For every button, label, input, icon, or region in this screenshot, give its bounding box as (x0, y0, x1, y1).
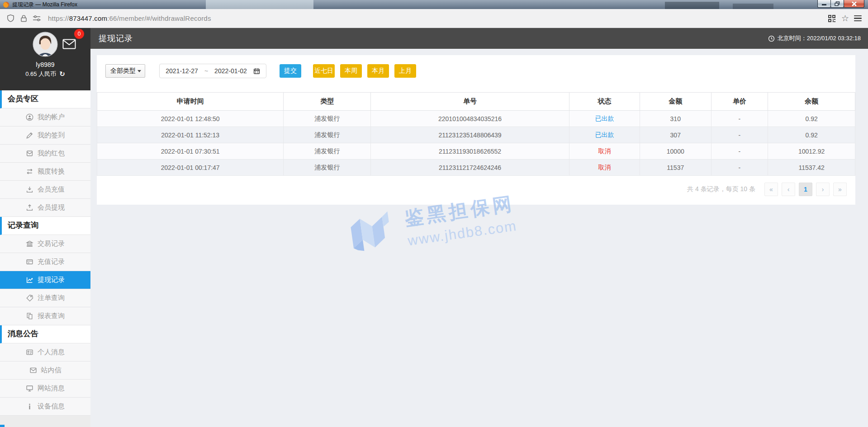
watermark-site-url: www.jhdb8.com (407, 218, 519, 249)
bookmark-star-icon[interactable]: ☆ (841, 14, 849, 23)
minimize-icon (822, 4, 826, 5)
credit-card-icon (26, 258, 33, 266)
window-titlebar: 提现记录 — Mozilla Firefox (0, 0, 868, 9)
col-order-no: 单号 (371, 93, 569, 111)
titlebar-glass-shadow (733, 4, 773, 9)
next-page-button[interactable]: › (816, 183, 830, 196)
bank-icon (26, 240, 33, 248)
envelope-icon (29, 366, 37, 374)
clock-icon (768, 35, 775, 42)
download-tray-icon (26, 186, 33, 193)
mail-icon[interactable] (62, 39, 76, 51)
pagination: 共 4 条记录，每页 10 条 « ‹ 1 › » (97, 176, 855, 205)
sidebar: 0 ly8989 0.65 人民币↻ 会员专区 我的帐户 我的签到 我的红包 额… (0, 28, 90, 427)
sidebar-item-bet-query[interactable]: 注单查询 (0, 289, 90, 307)
sidebar-nav: 会员专区 我的帐户 我的签到 我的红包 额度转换 会员充值 (0, 90, 90, 416)
sidebar-item-withdrawal-records[interactable]: 提现记录 (0, 271, 90, 289)
withdrawal-records-table: 申请时间 类型 单号 状态 金额 单价 余额 2022-01-01 12:48:… (97, 92, 855, 176)
restore-button[interactable] (830, 0, 844, 8)
table-row: 2022-01-01 00:17:47 浦发银行 211231121724624… (97, 160, 855, 176)
firefox-icon (3, 1, 9, 8)
first-page-button[interactable]: « (764, 183, 778, 196)
last-month-button[interactable]: 上月 (394, 64, 416, 78)
date-range-input[interactable]: 2021-12-27 ~ 2022-01-02 (159, 64, 266, 78)
last-7-days-button[interactable]: 近七日 (313, 64, 335, 78)
calendar-icon (253, 68, 260, 75)
url-domain: 873447.com (69, 14, 108, 22)
submit-button[interactable]: 提交 (280, 64, 301, 78)
url-field[interactable]: https://873447.com:66/member/#/withdrawa… (48, 14, 211, 22)
sidebar-item-site-mail[interactable]: 站内信 (0, 361, 90, 380)
last-page-button[interactable]: » (833, 183, 847, 196)
filter-bar: 全部类型 2021-12-27 ~ 2022-01-02 提交 近七日 本周 本… (97, 55, 855, 92)
sidebar-item-report-query[interactable]: 报表查询 (0, 307, 90, 325)
upload-tray-icon (26, 204, 33, 211)
avatar (33, 32, 58, 57)
table-row: 2022-01-01 12:48:50 浦发银行 220101004834035… (97, 111, 855, 127)
sidebar-item-deposit-records[interactable]: 充值记录 (0, 253, 90, 271)
section-title-member: 会员专区 (0, 90, 90, 108)
desktop-icon (26, 385, 33, 392)
id-card-icon (26, 348, 33, 356)
type-select[interactable]: 全部类型 (105, 64, 145, 78)
chevron-down-icon (138, 70, 141, 72)
sidebar-item-device-info[interactable]: 设备信息 (0, 398, 90, 416)
username: ly8989 (0, 61, 90, 68)
page-header: 提现记录 北京时间：2022/01/02 03:32:18 (90, 28, 868, 49)
permissions-icon[interactable] (33, 15, 41, 22)
table-header-row: 申请时间 类型 单号 状态 金额 单价 余额 (97, 93, 855, 111)
report-files-icon (26, 312, 33, 320)
table-row: 2022-01-01 07:30:51 浦发银行 211231193018626… (97, 143, 855, 160)
beijing-time: 北京时间：2022/01/02 03:32:18 (768, 34, 861, 42)
page-title: 提现记录 (99, 33, 133, 44)
table-row: 2022-01-01 11:52:13 浦发银行 211231235148806… (97, 127, 855, 143)
info-icon (26, 403, 33, 410)
refresh-icon[interactable]: ↻ (59, 70, 65, 78)
sidebar-footer (0, 416, 90, 427)
sidebar-item-site-messages[interactable]: 网站消息 (0, 380, 90, 398)
close-icon (851, 0, 857, 7)
balance-amount: 0.65 人民币 (25, 70, 56, 78)
window-title: 提现记录 — Mozilla Firefox (12, 1, 77, 9)
status-badge: 取消 (569, 160, 640, 176)
this-week-button[interactable]: 本周 (340, 64, 362, 78)
col-unit-price: 单价 (711, 93, 768, 111)
tags-icon (26, 294, 33, 302)
url-path: :66/member/#/withdrawalRecords (107, 14, 211, 22)
menu-icon[interactable] (854, 15, 862, 21)
status-badge: 已出款 (569, 127, 640, 143)
close-button[interactable] (844, 0, 864, 8)
titlebar-glass-reflection (206, 0, 313, 9)
user-icon (26, 113, 33, 121)
red-envelope-icon (26, 150, 33, 157)
col-amount: 金额 (640, 93, 711, 111)
minimize-button[interactable] (817, 0, 831, 8)
mail-badge: 0 (74, 29, 84, 39)
this-month-button[interactable]: 本月 (367, 64, 389, 78)
sidebar-item-quota-transfer[interactable]: 额度转换 (0, 163, 90, 181)
watermark-logo (343, 204, 400, 261)
sidebar-item-my-redpacket[interactable]: 我的红包 (0, 145, 90, 163)
tracking-shield-icon[interactable] (6, 14, 15, 23)
url-scheme: https:// (48, 14, 69, 22)
sidebar-item-my-account[interactable]: 我的帐户 (0, 108, 90, 127)
sidebar-item-my-checkin[interactable]: 我的签到 (0, 127, 90, 145)
prev-page-button[interactable]: ‹ (782, 183, 795, 196)
section-title-messages: 消息公告 (0, 325, 90, 343)
status-badge: 已出款 (569, 111, 640, 127)
sidebar-item-withdraw[interactable]: 会员提现 (0, 199, 90, 217)
main-content: 提现记录 北京时间：2022/01/02 03:32:18 全部类型 2021-… (90, 28, 868, 427)
line-chart-icon (26, 276, 33, 284)
pencil-icon (26, 131, 33, 139)
page-1-button[interactable]: 1 (799, 183, 812, 196)
sidebar-item-transaction-records[interactable]: 交易记录 (0, 235, 90, 253)
col-status: 状态 (569, 93, 640, 111)
lock-icon[interactable] (20, 14, 28, 23)
transfer-arrows-icon (26, 168, 33, 175)
sidebar-item-deposit[interactable]: 会员充值 (0, 181, 90, 199)
restore-icon (835, 1, 840, 6)
profile-panel: 0 ly8989 0.65 人民币↻ (0, 28, 90, 90)
qr-extension-icon[interactable] (827, 14, 836, 23)
sidebar-item-personal-messages[interactable]: 个人消息 (0, 343, 90, 361)
loading-bar-fragment (0, 425, 5, 427)
